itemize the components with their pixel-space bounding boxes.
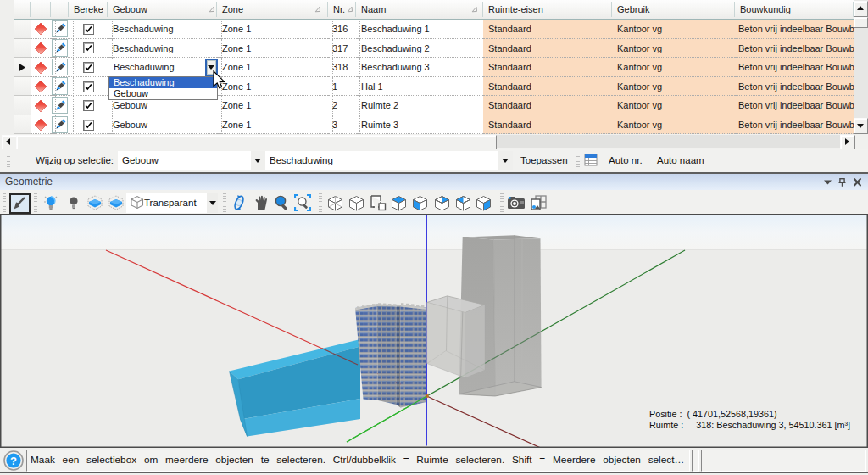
- svg-text:?: ?: [10, 455, 17, 467]
- svg-text:Ruimte : 318: Beschaduwing: Ruimte : 318: Beschaduwing 3, 54510.361 …: [649, 420, 850, 430]
- svg-text:Positie : ( 41701,52568,19361: Positie : ( 41701,52568,19361): [649, 409, 777, 419]
